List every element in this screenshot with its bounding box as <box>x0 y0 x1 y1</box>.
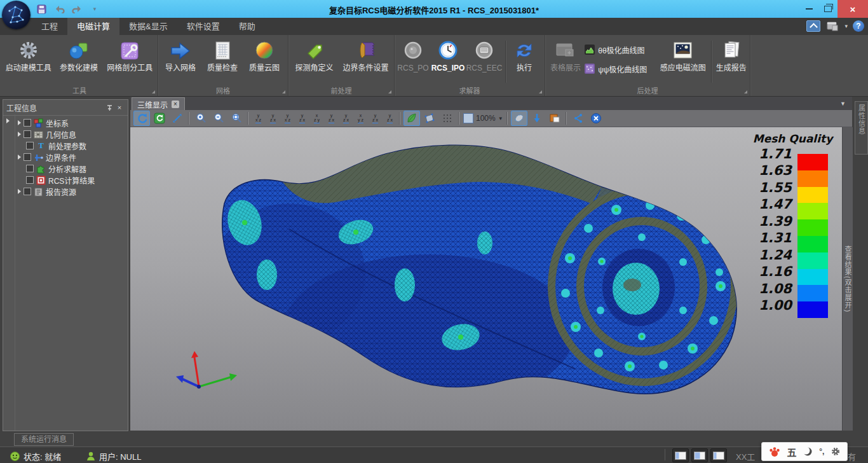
ime-punctuation-mode[interactable]: °, <box>819 447 824 456</box>
rail-expander-icon[interactable] <box>6 118 10 123</box>
parametric-modeling-button[interactable]: 参数化建模 <box>54 37 103 84</box>
save-icon[interactable] <box>36 3 47 15</box>
copy-view-icon[interactable] <box>546 111 563 126</box>
group-expand-icon[interactable] <box>388 90 391 93</box>
tab-close-icon[interactable]: × <box>172 100 179 108</box>
pin-icon[interactable] <box>104 103 114 112</box>
checkbox[interactable] <box>26 142 34 149</box>
view-orientation-4-icon[interactable]: yz x <box>295 111 309 125</box>
boundary-condition-button[interactable]: 边界条件设置 <box>339 37 393 84</box>
table-display-button[interactable]: 表格展示 <box>546 37 585 84</box>
expander-icon[interactable] <box>18 189 21 194</box>
point-cloud-icon[interactable] <box>439 111 456 126</box>
menu-tab-settings[interactable]: 软件设置 <box>177 18 229 35</box>
layout-left-narrow-icon[interactable] <box>710 448 727 462</box>
close-button[interactable]: × <box>837 0 868 18</box>
report-dropdown-icon[interactable]: ▾ <box>844 23 848 29</box>
menu-tab-data-display[interactable]: 数据&显示 <box>119 18 177 35</box>
pick-face-icon[interactable] <box>511 111 527 126</box>
tree-item-coordinate-system[interactable]: 坐标系 <box>15 117 128 128</box>
rcs-ipo-button[interactable]: RCS_IPO <box>430 37 466 84</box>
group-expand-icon[interactable] <box>539 90 542 93</box>
meshing-tool-button[interactable]: 网格剖分工具 <box>104 37 156 84</box>
ime-wubi-mode[interactable]: 五 <box>787 445 797 459</box>
reset-view-icon[interactable] <box>151 111 168 126</box>
tree-item-preprocess-params[interactable]: T 前处理参数 <box>15 140 128 151</box>
generate-report-button[interactable]: 生成报告 <box>714 37 749 84</box>
flow-share-icon[interactable] <box>570 111 587 126</box>
layout-left-wide-icon[interactable] <box>691 448 708 462</box>
menu-tab-help[interactable]: 帮助 <box>229 18 265 35</box>
ime-gear-icon[interactable] <box>831 446 841 457</box>
layout-left-panel-icon[interactable] <box>672 448 689 462</box>
expander-icon[interactable] <box>18 155 21 160</box>
app-logo-icon[interactable] <box>2 1 31 29</box>
wireframe-surface-icon[interactable] <box>421 111 438 126</box>
view-results-strip[interactable]: 查看结果(双击展开) <box>842 127 853 431</box>
panel-close-icon[interactable]: × <box>114 103 125 112</box>
fit-view-arrow-icon[interactable] <box>169 111 186 126</box>
tree-item-analysis-solver[interactable]: 分析求解器 <box>15 163 128 174</box>
rcs-po-button[interactable]: RCS_PO <box>396 37 430 84</box>
system-messages-tab[interactable]: 系统运行消息 <box>14 433 74 446</box>
tree-item-geometry-info[interactable]: 几何信息 <box>15 128 128 140</box>
expander-icon[interactable] <box>18 120 21 125</box>
rcs-eec-button[interactable]: RCS_EEC <box>466 37 503 84</box>
menu-tab-project[interactable]: 工程 <box>32 18 67 35</box>
launch-modeling-tool-button[interactable]: 启动建模工具 <box>3 37 54 84</box>
execute-button[interactable]: 执行 <box>508 37 540 84</box>
collapse-ribbon-icon[interactable] <box>806 20 820 32</box>
view-orientation-1-icon[interactable]: yx z <box>252 111 265 125</box>
theta-polarization-curve-button[interactable]: θθ极化曲线图 <box>585 43 658 57</box>
psi-polarization-curve-button[interactable]: ψψ极化曲线图 <box>585 62 658 76</box>
view-orientation-6-icon[interactable]: yz x <box>325 111 338 125</box>
tab-list-dropdown-icon[interactable]: ▼ <box>840 100 846 107</box>
view-orientation-3-icon[interactable]: yx z <box>281 111 294 125</box>
view-orientation-10-icon[interactable]: yz x <box>383 111 397 125</box>
group-expand-icon[interactable] <box>282 90 285 93</box>
checkbox[interactable] <box>24 153 31 161</box>
quality-check-button[interactable]: 质量检查 <box>201 37 243 84</box>
report-window-icon[interactable] <box>825 20 839 32</box>
minimize-button[interactable] <box>799 0 818 18</box>
tree-item-boundary-conditions[interactable]: 边界条件 <box>15 151 128 163</box>
help-icon[interactable]: ? <box>853 20 864 32</box>
tab-3d-display[interactable]: 三维显示 × <box>132 97 185 111</box>
tree-item-rcs-results[interactable]: RCS计算结果 <box>15 174 128 186</box>
view-orientation-7-icon[interactable]: yz x <box>339 111 353 125</box>
shaded-leaf-icon[interactable] <box>403 111 420 126</box>
quick-access-dropdown-icon[interactable]: ▾ <box>89 3 100 15</box>
redo-icon[interactable] <box>71 3 83 15</box>
import-mesh-button[interactable]: 导入网格 <box>159 37 201 84</box>
checkbox[interactable] <box>26 165 34 172</box>
view-orientation-8-icon[interactable]: xy z <box>354 111 367 125</box>
tree-item-report-resources[interactable]: 报告资源 <box>15 186 128 197</box>
rotate-view-icon[interactable] <box>133 111 150 126</box>
view-orientation-2-icon[interactable]: yz x <box>266 111 280 125</box>
view-orientation-9-icon[interactable]: yz x <box>369 111 382 125</box>
induced-current-map-button[interactable]: 感应电磁流图 <box>658 37 709 84</box>
restore-button[interactable] <box>818 0 837 18</box>
checkbox[interactable] <box>26 176 34 184</box>
property-info-tab[interactable]: 属性信息 <box>855 101 868 155</box>
checkbox[interactable] <box>24 188 31 195</box>
close-circle-icon[interactable] <box>588 111 604 126</box>
group-expand-icon[interactable] <box>152 90 155 93</box>
view-orientation-5-icon[interactable]: xz y <box>310 111 323 125</box>
menu-tab-em-compute[interactable]: 电磁计算 <box>67 18 119 35</box>
checkbox[interactable] <box>24 130 31 138</box>
expander-icon[interactable] <box>18 132 21 137</box>
arrow-down-icon[interactable] <box>529 111 545 126</box>
detect-angle-button[interactable]: 探测角定义 <box>290 37 339 84</box>
zoom-window-icon[interactable] <box>228 111 245 126</box>
group-expand-icon[interactable] <box>744 90 747 93</box>
quality-contour-button[interactable]: 质量云图 <box>243 37 285 84</box>
half-moon-icon[interactable] <box>803 446 813 457</box>
zoom-percent-dropdown[interactable]: 100% ▼ <box>463 113 503 123</box>
zoom-in-icon[interactable] <box>193 111 209 126</box>
viewport-3d-canvas[interactable]: Mesh Quality 1.71 1.63 1.55 1.47 1.39 1.… <box>130 127 842 431</box>
zoom-out-icon[interactable] <box>210 111 227 126</box>
checkbox[interactable] <box>24 119 31 127</box>
undo-icon[interactable] <box>53 3 65 15</box>
baidu-paw-icon[interactable] <box>768 446 781 457</box>
